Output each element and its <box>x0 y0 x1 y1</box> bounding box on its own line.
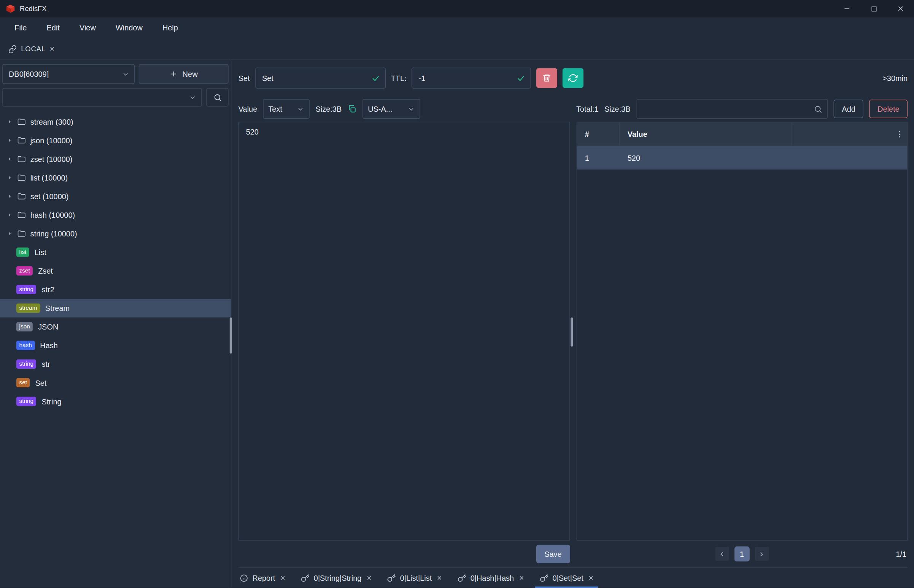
tab-set-set[interactable]: 0|Set|Set × <box>540 568 593 588</box>
sidebar: DB0[60309] New <box>0 60 231 588</box>
table-row[interactable]: 1 520 <box>577 146 907 170</box>
key-label: Set <box>35 378 46 387</box>
tree-folder-hash[interactable]: hash (10000) <box>0 206 231 224</box>
info-icon <box>240 573 248 582</box>
key-filter-box <box>2 88 202 107</box>
connection-tab-local[interactable]: LOCAL × <box>0 39 63 59</box>
current-page-button[interactable]: 1 <box>734 546 750 561</box>
value-editor[interactable]: 520 <box>238 122 570 541</box>
key-icon <box>301 573 310 582</box>
app-window: RedisFX File Edit View Window Help LOCA <box>0 0 914 588</box>
row-value: 520 <box>619 153 640 162</box>
value-label: Value <box>238 105 257 113</box>
ttl-field <box>412 68 531 89</box>
key-label: JSON <box>38 322 58 331</box>
key-tree: stream (300) json (10000) zset (10000) l… <box>0 113 231 588</box>
tree-folder-stream[interactable]: stream (300) <box>0 113 231 131</box>
connection-tab-label: LOCAL <box>21 45 45 53</box>
encoding-dropdown[interactable]: US-A... <box>363 99 420 119</box>
caret-right-icon[interactable] <box>7 194 13 199</box>
add-member-button[interactable]: Add <box>834 100 864 118</box>
table-header-extra <box>792 123 907 145</box>
plus-icon <box>170 70 178 78</box>
column-header-index: # <box>577 123 619 145</box>
tree-key-list[interactable]: list List <box>0 243 231 262</box>
menu-item-window[interactable]: Window <box>106 18 152 39</box>
delete-member-button[interactable]: Delete <box>870 100 908 118</box>
minimize-icon[interactable] <box>833 0 860 18</box>
session-time-label: >30min <box>882 74 908 82</box>
check-icon <box>517 74 525 82</box>
delete-key-button[interactable] <box>536 68 557 88</box>
folder-label: hash (10000) <box>31 210 75 219</box>
close-tab-icon[interactable]: × <box>367 574 372 582</box>
type-badge: json <box>16 322 33 331</box>
maximize-icon[interactable] <box>861 0 887 18</box>
members-search-box <box>636 99 828 119</box>
tab-hash-hash[interactable]: 0|Hash|Hash × <box>457 568 524 588</box>
db-selector[interactable]: DB0[60309] <box>2 64 135 84</box>
tree-key-json[interactable]: json JSON <box>0 317 231 336</box>
tree-key-str2[interactable]: string str2 <box>0 280 231 299</box>
close-tab-icon[interactable]: × <box>280 574 285 582</box>
previous-page-icon[interactable] <box>715 547 729 561</box>
tree-key-zset[interactable]: zset Zset <box>0 262 231 280</box>
tab-string-string[interactable]: 0|String|String × <box>301 568 372 588</box>
folder-label: string (10000) <box>31 229 77 238</box>
type-badge: zset <box>16 266 33 276</box>
tree-folder-json[interactable]: json (10000) <box>0 131 231 150</box>
search-icon[interactable] <box>814 105 823 113</box>
chevron-down-icon[interactable] <box>189 94 197 101</box>
key-controls-row: Set TTL: <box>238 60 908 96</box>
tree-key-hash[interactable]: hash Hash <box>0 336 231 355</box>
value-format-dropdown[interactable]: Text <box>263 99 310 119</box>
ttl-input[interactable] <box>418 73 513 83</box>
caret-right-icon[interactable] <box>7 119 13 125</box>
save-button[interactable]: Save <box>536 545 570 563</box>
close-tab-icon[interactable]: × <box>589 574 594 582</box>
tab-report[interactable]: Report × <box>240 568 285 588</box>
key-name-input[interactable] <box>261 73 368 83</box>
tree-key-set[interactable]: set Set <box>0 373 231 392</box>
app-body: DB0[60309] New <box>0 60 914 588</box>
key-filter-input[interactable] <box>8 92 189 102</box>
members-search-input[interactable] <box>642 104 814 114</box>
new-key-button[interactable]: New <box>139 64 228 84</box>
menu-item-edit[interactable]: Edit <box>37 18 69 39</box>
close-window-icon[interactable] <box>887 0 914 18</box>
close-connection-icon[interactable]: × <box>50 45 55 53</box>
caret-right-icon[interactable] <box>7 175 13 181</box>
caret-right-icon[interactable] <box>7 231 13 236</box>
copy-icon[interactable] <box>348 104 357 114</box>
table-options-icon[interactable] <box>895 129 904 138</box>
menu-item-help[interactable]: Help <box>152 18 188 39</box>
caret-right-icon[interactable] <box>7 137 13 143</box>
value-panel-header: Value Text Size:3B US-A... <box>238 96 570 122</box>
key-label: Hash <box>40 341 58 350</box>
tree-key-str[interactable]: string str <box>0 355 231 373</box>
sidebar-scrollbar[interactable] <box>230 317 232 354</box>
caret-right-icon[interactable] <box>7 212 13 218</box>
search-keys-button[interactable] <box>207 88 228 107</box>
caret-right-icon[interactable] <box>7 156 13 162</box>
title-bar: RedisFX <box>0 0 914 18</box>
tree-folder-set[interactable]: set (10000) <box>0 187 231 206</box>
folder-icon <box>17 117 26 126</box>
menu-item-view[interactable]: View <box>70 18 106 39</box>
tree-folder-string[interactable]: string (10000) <box>0 224 231 243</box>
close-tab-icon[interactable]: × <box>519 574 524 582</box>
type-badge: list <box>16 247 29 257</box>
tree-key-stream[interactable]: stream Stream <box>0 299 231 317</box>
tree-folder-zset[interactable]: zset (10000) <box>0 150 231 168</box>
panel-splitter[interactable] <box>570 317 573 347</box>
new-key-label: New <box>182 69 198 78</box>
tab-list-list[interactable]: 0|List|List × <box>387 568 442 588</box>
close-tab-icon[interactable]: × <box>437 574 442 582</box>
tree-key-string[interactable]: string String <box>0 392 231 410</box>
folder-icon <box>17 154 26 164</box>
menu-item-file[interactable]: File <box>5 18 37 39</box>
tree-folder-list[interactable]: list (10000) <box>0 168 231 187</box>
next-page-icon[interactable] <box>755 547 769 561</box>
value-panel: Value Text Size:3B US-A... <box>238 96 570 567</box>
refresh-key-button[interactable] <box>562 68 583 88</box>
